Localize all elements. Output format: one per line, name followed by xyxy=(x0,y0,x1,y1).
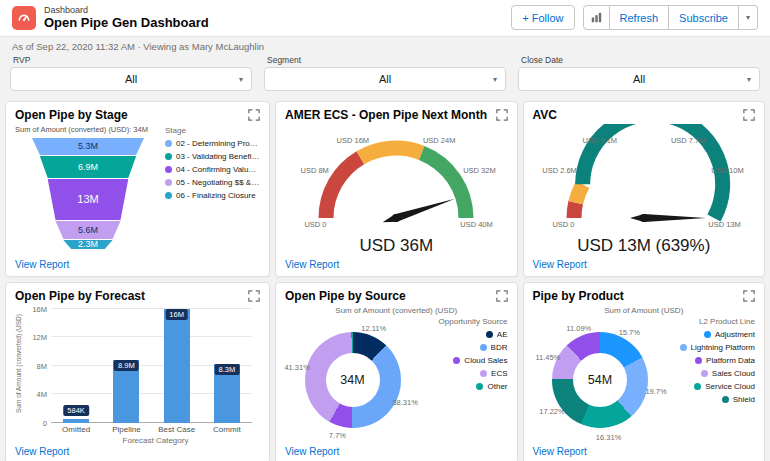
svg-text:USD 8M: USD 8M xyxy=(301,166,329,175)
legend-dot-icon xyxy=(486,331,493,338)
legend-dot-icon xyxy=(480,370,487,377)
expand-icon[interactable] xyxy=(743,290,755,302)
bar-chart-area: Sum of Amount (converted) (USD) 04M8M12M… xyxy=(15,305,260,446)
bar[interactable] xyxy=(164,309,190,423)
funnel-segment[interactable]: 2.3M xyxy=(32,240,144,249)
product-legend: L2 Product Line AdjustmentLightning Plat… xyxy=(667,315,755,446)
filter-value: All xyxy=(379,73,391,85)
legend-label: Sales Cloud xyxy=(712,369,755,378)
gauge-value-label: USD 36M xyxy=(359,236,433,256)
filter-label: RVP xyxy=(13,55,252,65)
view-report-link[interactable]: View Report xyxy=(285,259,339,270)
legend-title: Stage xyxy=(165,126,260,135)
filter-close-date: Close Date All ▾ xyxy=(518,54,760,91)
legend-label: Other xyxy=(487,382,507,391)
legend-item: Shield xyxy=(671,395,755,404)
view-report-link[interactable]: View Report xyxy=(533,446,587,457)
svg-text:USD 7.7M: USD 7.7M xyxy=(671,136,706,145)
legend-dot-icon xyxy=(165,166,172,173)
legend-dot-icon xyxy=(165,153,172,160)
y-axis-title: Sum of Amount (converted) (USD) xyxy=(15,305,27,423)
legend-label: Shield xyxy=(733,395,755,404)
panel-title: Pipe by Product xyxy=(533,289,624,303)
legend-item: Adjustment xyxy=(671,330,755,339)
more-actions-button[interactable]: ▾ xyxy=(739,5,758,30)
subscribe-button[interactable]: Subscribe xyxy=(669,5,739,30)
legend-item: Sales Cloud xyxy=(671,369,755,378)
close-date-filter-select[interactable]: All ▾ xyxy=(518,67,760,91)
legend-item: 04 - Confirming Value W... xyxy=(165,165,260,174)
funnel-segment[interactable]: 13M xyxy=(32,179,144,220)
view-report-link[interactable]: View Report xyxy=(15,259,69,270)
funnel-measure-label: Sum of Amount (converted) (USD): 34M xyxy=(15,125,161,134)
segment-filter-select[interactable]: All ▾ xyxy=(264,67,506,91)
y-axis-ticks: 04M8M12M16M xyxy=(27,309,51,423)
bar-slot: 16M xyxy=(152,309,202,423)
expand-icon[interactable] xyxy=(248,290,260,302)
legend-item: Other xyxy=(424,382,508,391)
legend-item: Lightning Platform xyxy=(671,343,755,352)
legend-dot-icon xyxy=(480,344,487,351)
svg-text:USD 24M: USD 24M xyxy=(423,136,456,145)
svg-text:USD 40M: USD 40M xyxy=(460,220,493,229)
legend-label: 03 - Validating Benefits ... xyxy=(176,152,260,161)
legend-item: AE xyxy=(424,330,508,339)
chevron-down-icon: ▾ xyxy=(239,74,243,83)
legend-item: 02 - Determining Proble... xyxy=(165,139,260,148)
filter-bar: RVP All ▾ Segment All ▾ Close Date All ▾ xyxy=(0,53,770,97)
donut-percent-label: 41.31% xyxy=(284,363,309,372)
x-tick-label: Pipeline xyxy=(101,425,151,434)
funnel-segment[interactable]: 5.6M xyxy=(32,221,144,239)
donut-percent-label: 15.7% xyxy=(619,327,640,336)
bar-slot: 8.3M xyxy=(202,309,252,423)
legend-label: 04 - Confirming Value W... xyxy=(176,165,260,174)
funnel-segment[interactable]: 5.3M xyxy=(32,138,144,155)
rvp-filter-select[interactable]: All ▾ xyxy=(10,67,252,91)
svg-text:USD 0: USD 0 xyxy=(552,220,574,229)
expand-icon[interactable] xyxy=(496,290,508,302)
legend-label: Adjustment xyxy=(715,330,755,339)
chart-title: Sum of Amount (USD) xyxy=(533,306,756,315)
funnel-segment[interactable]: 6.9M xyxy=(32,156,144,178)
legend-dot-icon xyxy=(695,357,702,364)
legend-item: ECS xyxy=(424,369,508,378)
dashboard-icon xyxy=(12,6,36,30)
panel-open-pipe-by-source: Open Pipe by Source Sum of Amount (conve… xyxy=(275,282,518,461)
bar-slot: 584K xyxy=(51,309,101,423)
gauge-chart[interactable]: USD 0USD 8MUSD 16MUSD 24MUSD 32MUSD 40M xyxy=(288,124,504,240)
analytics-button[interactable] xyxy=(583,5,610,30)
bar[interactable] xyxy=(63,419,89,423)
refresh-button[interactable]: Refresh xyxy=(610,5,670,30)
bar-plot[interactable]: 584K8.9M16M8.3M xyxy=(51,309,252,423)
donut-chart[interactable]: 34M12.11%38.31%7.7%41.31% xyxy=(285,315,420,446)
donut-chart[interactable]: 54M15.7%19.7%16.31%17.22%11.45%11.09% xyxy=(533,315,668,446)
legend-dot-icon xyxy=(476,383,483,390)
follow-button[interactable]: + Follow xyxy=(511,5,574,30)
expand-icon[interactable] xyxy=(248,109,260,121)
panel-title: AVC xyxy=(533,108,557,122)
view-report-link[interactable]: View Report xyxy=(285,446,339,457)
x-axis-ticks: OmittedPipelineBest CaseCommit xyxy=(51,425,252,434)
svg-text:USD 2.6M: USD 2.6M xyxy=(542,166,577,175)
donut-percent-label: 11.09% xyxy=(566,323,591,332)
gauge-glyph-icon xyxy=(16,10,32,26)
view-report-link[interactable]: View Report xyxy=(533,259,587,270)
legend-label: Service Cloud xyxy=(705,382,755,391)
chevron-down-icon: ▾ xyxy=(493,74,497,83)
funnel-chart-area: Sum of Amount (converted) (USD): 34M 5.3… xyxy=(15,124,260,259)
header-actions: + Follow Refresh Subscribe ▾ xyxy=(511,5,758,30)
legend-item: 03 - Validating Benefits ... xyxy=(165,152,260,161)
page-title: Open Pipe Gen Dashboard xyxy=(44,15,209,31)
panel-avc-gauge: AVC USD 0USD 2.6MUSD 5.1MUSD 7.7MUSD 10M… xyxy=(523,101,766,277)
panel-title: AMER ECS - Open Pipe Next Month xyxy=(285,108,487,122)
donut-percent-label: 7.7% xyxy=(329,431,346,440)
expand-icon[interactable] xyxy=(743,109,755,121)
gauge-chart[interactable]: USD 0USD 2.6MUSD 5.1MUSD 7.7MUSD 10MUSD … xyxy=(536,124,752,240)
donut-percent-label: 17.22% xyxy=(539,407,564,416)
y-tick-label: 4M xyxy=(37,390,47,399)
bar-value-badge: 584K xyxy=(63,405,89,416)
funnel-chart[interactable]: 5.3M6.9M13M5.6M2.3M xyxy=(32,138,144,249)
view-report-link[interactable]: View Report xyxy=(15,446,69,457)
expand-icon[interactable] xyxy=(496,109,508,121)
legend-label: BDR xyxy=(491,343,508,352)
